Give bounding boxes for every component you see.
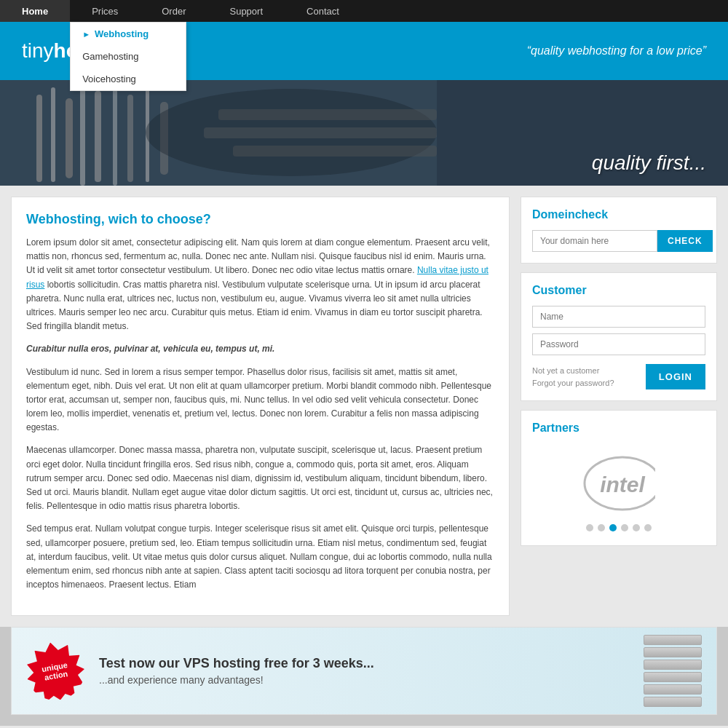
hero-banner: quality first... bbox=[0, 80, 728, 186]
server-unit-5 bbox=[644, 684, 702, 695]
banner-subtitle: ...and experience many advantages! bbox=[99, 674, 629, 686]
content-para4: Sed tempus erat. Nullam volutpat congue … bbox=[26, 522, 494, 592]
svg-rect-8 bbox=[127, 95, 133, 182]
svg-rect-12 bbox=[218, 109, 437, 120]
domain-row: CHECK bbox=[532, 230, 705, 252]
svg-rect-2 bbox=[36, 95, 42, 182]
nav-item-prices[interactable]: Prices ► Webhosting Gamehosting Voicehos… bbox=[70, 0, 140, 22]
arrow-icon: ► bbox=[82, 30, 90, 39]
svg-rect-6 bbox=[95, 91, 101, 182]
password-input[interactable] bbox=[532, 333, 705, 355]
dot-1[interactable] bbox=[586, 524, 593, 531]
banner-title: Test now our VPS hosting free for 3 week… bbox=[99, 656, 629, 671]
name-input[interactable] bbox=[532, 306, 705, 328]
dot-4[interactable] bbox=[621, 524, 628, 531]
content-para3: Maecenas ullamcorper. Donec massa massa,… bbox=[26, 443, 494, 513]
content-para2: Vestibulum id nunc. Sed in lorem a risus… bbox=[26, 365, 494, 435]
domaincheck-title: Domeincheck bbox=[532, 208, 705, 221]
login-info: Not yet a customer Forgot your password? bbox=[532, 365, 614, 389]
sidebar: Domeincheck CHECK Customer Not yet a cus… bbox=[521, 197, 717, 616]
server-unit-1 bbox=[644, 635, 702, 645]
partners-title: Partners bbox=[532, 422, 705, 435]
content-para1: Lorem ipsum dolor sit amet, consectetur … bbox=[26, 236, 494, 333]
dot-3[interactable] bbox=[609, 524, 617, 531]
not-yet-text: Not yet a customer bbox=[532, 365, 614, 377]
login-row: Not yet a customer Forgot your password?… bbox=[532, 364, 705, 389]
dropdown-voicehosting[interactable]: Voicehosting bbox=[71, 68, 186, 90]
banner-text: Test now our VPS hosting free for 3 week… bbox=[99, 656, 629, 686]
content-body: Lorem ipsum dolor sit amet, consectetur … bbox=[26, 236, 494, 592]
server-icon bbox=[644, 635, 702, 707]
domain-input[interactable] bbox=[532, 230, 657, 252]
nav-item-contact[interactable]: Contact bbox=[285, 0, 361, 22]
dropdown-webhosting[interactable]: ► Webhosting bbox=[71, 23, 186, 45]
intel-logo: intel ® bbox=[532, 443, 705, 520]
server-unit-6 bbox=[644, 697, 702, 707]
promo-badge: unique action bbox=[22, 637, 90, 705]
customer-box: Customer Not yet a customer Forgot your … bbox=[521, 272, 717, 401]
nav-item-prices-label: Prices bbox=[92, 6, 118, 17]
partners-box: Partners intel ® bbox=[521, 410, 717, 546]
customer-title: Customer bbox=[532, 284, 705, 297]
svg-text:intel: intel bbox=[600, 472, 645, 496]
server-unit-4 bbox=[644, 672, 702, 682]
svg-rect-5 bbox=[80, 84, 85, 186]
server-unit-3 bbox=[644, 660, 702, 670]
prices-dropdown: ► Webhosting Gamehosting Voicehosting bbox=[70, 22, 186, 91]
nav-item-order[interactable]: Order bbox=[140, 0, 207, 22]
svg-rect-3 bbox=[51, 87, 55, 182]
svg-rect-7 bbox=[113, 80, 117, 186]
check-button[interactable]: CHECK bbox=[657, 230, 713, 252]
svg-rect-13 bbox=[204, 127, 437, 138]
top-navigation: Home Prices ► Webhosting Gamehosting Voi… bbox=[0, 0, 728, 22]
svg-rect-4 bbox=[66, 98, 73, 178]
logo-tiny: tiny bbox=[22, 39, 54, 63]
dot-5[interactable] bbox=[633, 524, 640, 531]
content-area: Webhosting, wich to choose? Lorem ipsum … bbox=[11, 197, 510, 616]
content-subtitle: Curabitur nulla eros, pulvinar at, vehic… bbox=[26, 342, 494, 356]
server-unit-2 bbox=[644, 647, 702, 657]
header-tagline: “quality webhosting for a low price” bbox=[527, 44, 706, 58]
domaincheck-box: Domeincheck CHECK bbox=[521, 197, 717, 264]
svg-rect-14 bbox=[233, 146, 437, 157]
dropdown-gamehosting[interactable]: Gamehosting bbox=[71, 45, 186, 68]
main-content: Webhosting, wich to choose? Lorem ipsum … bbox=[0, 186, 728, 627]
forgot-password-link[interactable]: Forgot your password? bbox=[532, 377, 614, 389]
dot-2[interactable] bbox=[598, 524, 605, 531]
login-button[interactable]: LOGIN bbox=[646, 364, 705, 389]
intel-svg: intel ® bbox=[582, 454, 655, 513]
nav-item-support[interactable]: Support bbox=[207, 0, 285, 22]
partner-dots bbox=[532, 520, 705, 534]
content-title: Webhosting, wich to choose? bbox=[26, 212, 494, 227]
dot-6[interactable] bbox=[644, 524, 652, 531]
nav-item-home[interactable]: Home bbox=[0, 0, 70, 22]
hero-text: quality first... bbox=[592, 151, 706, 175]
promo-banner[interactable]: unique action Test now our VPS hosting f… bbox=[11, 627, 717, 715]
